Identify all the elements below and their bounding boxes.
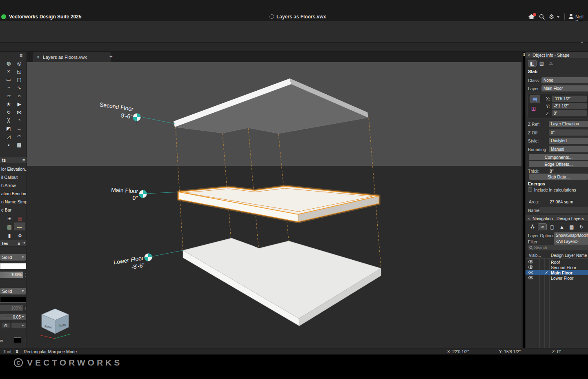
fill-opacity-slider[interactable]: 100%	[0, 272, 23, 278]
main-floor-visibility-icon[interactable]	[528, 271, 533, 274]
layer-plane-icon[interactable]: ⊞	[531, 105, 536, 112]
circle-tool[interactable]: ○	[14, 92, 24, 100]
layer-row-roof[interactable]: Roof	[526, 259, 588, 265]
nav-tab-sheet-layers[interactable]: ▢	[548, 223, 557, 230]
grid-tool-icon[interactable]: ⊞	[4, 214, 15, 223]
pan-tool[interactable]: ×	[3, 67, 14, 76]
fillet-tool[interactable]: ◝	[14, 116, 24, 125]
zoom-tool[interactable]: ◎	[14, 59, 24, 67]
arc-tool[interactable]: ◔	[3, 84, 14, 92]
filter-dropdown[interactable]: <All Layers>	[554, 239, 588, 245]
traffic-light-green[interactable]	[1, 14, 6, 19]
name-field[interactable]	[539, 207, 588, 213]
line-type-dropdown[interactable]	[11, 323, 26, 328]
stakes-menu-icon[interactable]: ≡	[22, 158, 25, 163]
tape-measure-tool[interactable]: ▤	[14, 141, 24, 149]
layer-row-lower-floor[interactable]: Lower Floor	[526, 275, 588, 281]
visibility-column-header[interactable]: Visib...	[529, 253, 541, 258]
palette-menu-icon[interactable]: ≡	[20, 53, 22, 58]
nav-tab-references[interactable]: ↻	[577, 223, 586, 230]
stake-list-item[interactable]: e Bar	[0, 206, 27, 214]
stake-list-item[interactable]: n Name Simple	[0, 198, 27, 206]
image-prop-icon[interactable]: ▥	[4, 223, 15, 231]
magic-wand-tool[interactable]: ★	[3, 100, 14, 108]
titlebar-doc-title[interactable]: Layers as Floors.vwx	[276, 14, 326, 20]
document-tab[interactable]: × Layers as Floors.vwx	[33, 52, 111, 62]
fill-color-swatch[interactable]	[0, 263, 26, 269]
include-calculations-checkbox[interactable]	[528, 187, 532, 192]
user-icon[interactable]	[568, 13, 574, 21]
arc-by-points-tool[interactable]: ◠	[14, 133, 24, 141]
name-column-header[interactable]: Design Layer Name	[551, 253, 587, 258]
screen-plane-icon[interactable]: ▤	[530, 95, 540, 103]
freehand-tool[interactable]: ∿	[14, 84, 24, 92]
scale-bar-icon[interactable]: ▬	[14, 223, 25, 230]
nav-tab-saved-views[interactable]: ▤	[567, 223, 576, 230]
search-icon[interactable]	[539, 14, 545, 22]
lower-floor-visibility-icon[interactable]	[528, 276, 533, 279]
y-field[interactable]: -3'1 1/2"	[552, 103, 587, 109]
shadow-color-swatch[interactable]	[14, 337, 21, 343]
attributes-panel-header[interactable]: tes ≡ ?	[0, 240, 27, 247]
flyover-tool[interactable]: ◍	[3, 59, 14, 67]
object-info-close-icon[interactable]: ×	[528, 53, 530, 58]
thick-value[interactable]: 8"	[550, 169, 554, 174]
edge-offsets-button[interactable]: Edge Offsets...	[529, 161, 588, 167]
tab-close-icon[interactable]: ×	[37, 54, 40, 60]
second-floor-visibility-icon[interactable]	[528, 265, 533, 269]
gears-icon[interactable]: ⚙	[15, 232, 25, 240]
object-info-header[interactable]: × Object Info - Shape	[526, 52, 588, 58]
keynote-icon[interactable]: ▮	[4, 232, 15, 240]
extrude-tool[interactable]: ◩	[3, 125, 14, 133]
z-ref-field[interactable]: Layer Elevation	[549, 121, 588, 127]
pen-color-swatch[interactable]	[0, 297, 26, 303]
selection-pointer-tool[interactable]: ▶	[14, 100, 24, 108]
layer-search-box[interactable]	[528, 245, 588, 250]
gear-chevron-icon[interactable]	[557, 16, 559, 18]
attributes-help-icon[interactable]: ?	[22, 241, 25, 246]
layer-row-main-floor[interactable]: ✓ Main Floor	[526, 270, 588, 275]
attributes-menu-icon[interactable]: ≡	[18, 241, 20, 246]
stake-list-item[interactable]: ior Elevation...	[0, 165, 27, 173]
oip-data-tab[interactable]: ▤	[537, 60, 546, 67]
navigation-header[interactable]: × Navigation - Design Layers	[526, 215, 588, 222]
building-tool-icon[interactable]: ▦	[15, 214, 25, 223]
pen-style-dropdown[interactable]: Solid	[0, 288, 26, 294]
canvas-right-gutter[interactable]	[521, 62, 523, 348]
stakes-panel-header[interactable]: ts ≡	[0, 157, 27, 163]
offset-tool[interactable]: ◿	[3, 133, 14, 141]
z-off-field[interactable]: 0"	[549, 129, 588, 136]
mirror-tool[interactable]: ⋈	[14, 108, 24, 116]
drawing-area[interactable]: × Layers as Floors.vwx +	[27, 52, 523, 348]
trim-tool[interactable]: ╳	[3, 116, 14, 125]
shadow-menu-icon[interactable]: ⋮	[23, 338, 27, 342]
layer-search-input[interactable]	[534, 245, 579, 250]
nav-tab-design-layers[interactable]: ≋	[538, 223, 547, 230]
protractor-tool[interactable]: ◖	[3, 141, 14, 149]
stake-list-item[interactable]: ation Benchm...	[0, 190, 27, 198]
fill-opacity-menu-icon[interactable]: ⋮	[24, 273, 27, 277]
style-field[interactable]: Unstyled	[549, 138, 588, 144]
polygon-tool[interactable]: ▱	[3, 92, 14, 100]
layer-options-dropdown[interactable]: Show/Snap/Modify O	[554, 232, 588, 239]
viewport-3d[interactable]: Second Floor 9'-6" Main Floor 0" Lower F…	[27, 62, 523, 348]
stake-list-item[interactable]: h Arrow	[0, 181, 27, 190]
new-tab-button[interactable]: +	[109, 54, 113, 60]
slab-data-button[interactable]: Slab Data...	[529, 174, 588, 180]
components-button[interactable]: Components...	[529, 154, 588, 160]
nav-tab-classes[interactable]: ⁂	[528, 223, 537, 230]
rotate-tool[interactable]: ↻	[3, 108, 14, 116]
oip-render-tab[interactable]: ♨	[547, 60, 555, 67]
oip-shape-tab[interactable]: ◧	[528, 60, 537, 67]
stake-list-item[interactable]: il Callout	[0, 173, 27, 181]
layer-row-second-floor[interactable]: Second Floor	[526, 265, 588, 270]
class-field[interactable]: None	[541, 77, 588, 83]
roof-visibility-icon[interactable]	[528, 260, 533, 263]
bounding-field[interactable]: Manual	[549, 146, 588, 152]
gear-icon[interactable]: ⚙	[549, 13, 554, 20]
reshape-tool[interactable]: ↔	[14, 125, 24, 133]
fill-style-dropdown[interactable]: Solid	[0, 254, 26, 261]
layer-field[interactable]: Main Floor	[541, 85, 588, 91]
z-field[interactable]: 0"	[552, 110, 587, 116]
nav-tab-viewports[interactable]: ▲	[557, 223, 566, 230]
